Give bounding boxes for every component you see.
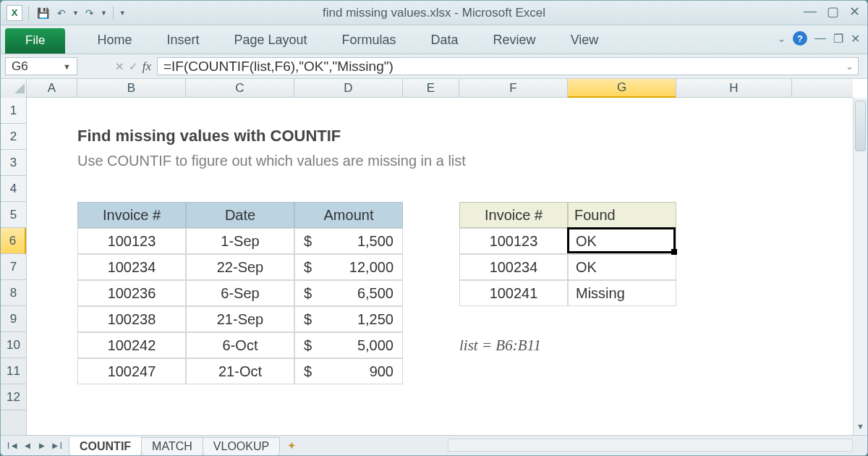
new-sheet-icon[interactable]: ✦ — [284, 439, 299, 452]
table1-date-1: 22-Sep — [186, 254, 294, 280]
table1-header-2: Amount — [294, 202, 403, 228]
vertical-scrollbar[interactable]: ▲ ▼ — [853, 98, 867, 435]
name-box[interactable]: G6 ▼ — [5, 57, 77, 75]
row-header-2[interactable]: 2 — [1, 124, 26, 150]
file-tab[interactable]: File — [5, 28, 65, 54]
window-controls: — ▢ ✕ — [804, 4, 860, 20]
row-header-3[interactable]: 3 — [1, 150, 26, 176]
separator — [113, 6, 114, 20]
tab-formulas[interactable]: Formulas — [325, 27, 414, 54]
spreadsheet-grid[interactable]: ABCDEFGH 123456789101112 Find missing va… — [1, 79, 867, 435]
cell-area[interactable]: Find missing values with COUNTIFUse COUN… — [27, 98, 853, 435]
qat-customize-icon[interactable]: ▼ — [119, 9, 126, 17]
table2-header-0: Invoice # — [459, 202, 568, 228]
scroll-down-icon[interactable]: ▼ — [854, 422, 867, 435]
table1-amount-3: $1,250 — [294, 306, 403, 332]
horizontal-scrollbar[interactable] — [448, 439, 853, 452]
table1-date-4: 6-Oct — [186, 332, 294, 358]
formula-bar[interactable]: =IF(COUNTIF(list,F6),"OK","Missing") ⌄ — [157, 57, 859, 75]
redo-dropdown-icon[interactable]: ▼ — [101, 9, 107, 17]
workbook-close-icon[interactable]: ✕ — [851, 32, 860, 46]
row-header-10[interactable]: 10 — [1, 332, 26, 358]
row-header-4[interactable]: 4 — [1, 176, 26, 202]
worksheet-subtitle: Use COUNTIF to figure out which values a… — [77, 153, 656, 179]
formula-bar-row: G6 ▼ ✕ ✓ fx =IF(COUNTIF(list,F6),"OK","M… — [1, 54, 867, 79]
sheet-first-icon[interactable]: I◄ — [7, 440, 20, 451]
column-header-b[interactable]: B — [77, 79, 186, 98]
workbook-minimize-icon[interactable]: — — [814, 32, 826, 45]
excel-logo-icon: X — [7, 5, 22, 21]
table2-invoice-0: 100123 — [459, 228, 568, 254]
maximize-icon[interactable]: ▢ — [827, 4, 839, 20]
fx-icon[interactable]: fx — [142, 59, 151, 74]
table1-invoice-4: 100242 — [77, 332, 186, 358]
column-header-a[interactable]: A — [27, 79, 77, 98]
column-header-d[interactable]: D — [294, 79, 403, 98]
ribbon-minimize-icon[interactable]: ⌄ — [778, 33, 786, 44]
formula-expand-icon[interactable]: ⌄ — [846, 61, 854, 72]
table1-date-3: 21-Sep — [186, 306, 294, 332]
sheet-tab-countif[interactable]: COUNTIF — [69, 437, 142, 456]
tab-insert[interactable]: Insert — [149, 27, 216, 54]
accept-formula-icon[interactable]: ✓ — [129, 60, 138, 73]
table1-date-2: 6-Sep — [186, 280, 294, 306]
tab-home[interactable]: Home — [80, 27, 149, 54]
row-header-8[interactable]: 8 — [1, 280, 26, 306]
table2-found-1: OK — [568, 254, 676, 280]
tab-review[interactable]: Review — [476, 27, 553, 54]
table1-invoice-5: 100247 — [77, 358, 186, 384]
table1-date-5: 21-Oct — [186, 358, 294, 384]
table2-found-0: OK — [568, 228, 676, 254]
row-header-12[interactable]: 12 — [1, 384, 26, 410]
row-header-7[interactable]: 7 — [1, 254, 26, 280]
row-header-11[interactable]: 11 — [1, 358, 26, 384]
cancel-formula-icon[interactable]: ✕ — [115, 60, 124, 73]
column-header-g[interactable]: G — [568, 79, 676, 98]
table1-header-0: Invoice # — [77, 202, 186, 228]
formula-bar-value: =IF(COUNTIF(list,F6),"OK","Missing") — [163, 59, 393, 75]
table2-found-2: Missing — [568, 280, 676, 306]
separator — [28, 6, 29, 20]
close-icon[interactable]: ✕ — [849, 4, 860, 20]
sheet-tab-vlookup[interactable]: VLOOKUP — [203, 437, 280, 456]
sheet-tab-match[interactable]: MATCH — [141, 437, 203, 456]
table1-amount-1: $12,000 — [294, 254, 403, 280]
name-box-dropdown-icon[interactable]: ▼ — [63, 62, 71, 71]
scroll-thumb[interactable] — [855, 101, 866, 151]
sheet-next-icon[interactable]: ► — [35, 440, 48, 451]
excel-window: X 💾 ↶ ▼ ↷ ▼ ▼ find missing values.xlsx -… — [0, 0, 868, 456]
column-header-c[interactable]: C — [186, 79, 294, 98]
table1-amount-4: $5,000 — [294, 332, 403, 358]
tab-page-layout[interactable]: Page Layout — [216, 27, 324, 54]
help-icon[interactable]: ? — [793, 31, 807, 46]
redo-icon[interactable]: ↷ — [82, 5, 98, 21]
workbook-restore-icon[interactable]: ❐ — [833, 32, 843, 46]
select-all-corner[interactable] — [1, 79, 27, 98]
row-header-1[interactable]: 1 — [1, 98, 26, 124]
table1-invoice-1: 100234 — [77, 254, 186, 280]
table2-invoice-2: 100241 — [459, 280, 568, 306]
table2-header-1: Found — [568, 202, 676, 228]
table1-invoice-0: 100123 — [77, 228, 186, 254]
column-header-f[interactable]: F — [459, 79, 568, 98]
row-header-5[interactable]: 5 — [1, 202, 26, 228]
minimize-icon[interactable]: — — [804, 4, 817, 20]
ribbon-right-controls: ⌄ ? — ❐ ✕ — [778, 31, 860, 46]
column-header-h[interactable]: H — [676, 79, 792, 98]
tab-view[interactable]: View — [553, 27, 616, 54]
sheet-last-icon[interactable]: ►I — [50, 440, 63, 451]
name-box-value: G6 — [12, 59, 28, 74]
sheet-prev-icon[interactable]: ◄ — [21, 440, 34, 451]
column-headers: ABCDEFGH — [1, 79, 853, 98]
tab-data[interactable]: Data — [414, 27, 476, 54]
undo-icon[interactable]: ↶ — [54, 5, 69, 21]
row-header-6[interactable]: 6 — [1, 228, 26, 254]
table1-amount-0: $1,500 — [294, 228, 403, 254]
save-icon[interactable]: 💾 — [35, 5, 51, 21]
table1-amount-2: $6,500 — [294, 280, 403, 306]
column-header-e[interactable]: E — [403, 79, 459, 98]
title-bar: X 💾 ↶ ▼ ↷ ▼ ▼ find missing values.xlsx -… — [1, 1, 867, 25]
table1-invoice-2: 100236 — [77, 280, 186, 306]
row-header-9[interactable]: 9 — [1, 306, 26, 332]
undo-dropdown-icon[interactable]: ▼ — [72, 9, 79, 17]
